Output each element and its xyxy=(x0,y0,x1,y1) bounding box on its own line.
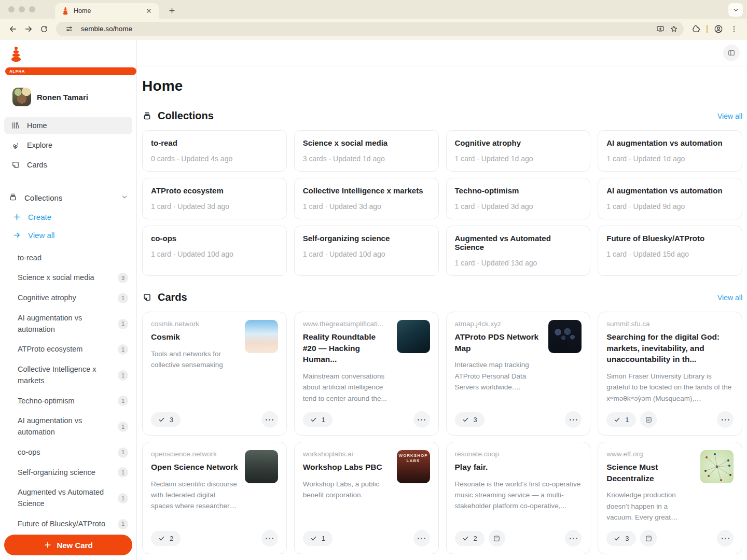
card-more-button[interactable] xyxy=(413,411,430,428)
card-science-must-decentralize[interactable]: www.eff.org Science Must Decentralize Kn… xyxy=(598,442,742,554)
sidebar-collection-item[interactable]: Collective Intelligence x markets 1 xyxy=(18,360,128,391)
collection-card[interactable]: Cognitive atrophy 1 card · Updated 1d ag… xyxy=(446,130,591,172)
collection-card[interactable]: Self-organizing science 1 card · Updated… xyxy=(294,226,439,276)
view-all-collections-link[interactable]: View all xyxy=(12,231,136,240)
url-text[interactable]: semble.so/home xyxy=(81,25,654,33)
card-resonate[interactable]: resonate.coop Play fair. Resonate is the… xyxy=(446,442,591,554)
note-icon[interactable] xyxy=(489,530,505,547)
card-reality-roundtable[interactable]: www.thegreatsimplificati... Reality Roun… xyxy=(294,312,439,436)
collection-count-pill[interactable]: 1 xyxy=(606,412,636,427)
collection-card[interactable]: ATProto ecosystem 1 card · Updated 3d ag… xyxy=(142,178,287,219)
collection-card[interactable]: to-read 0 cards · Updated 4s ago xyxy=(142,130,287,172)
sidebar-collection-item[interactable]: Science x social media 3 xyxy=(18,268,128,288)
ellipsis-icon xyxy=(266,419,273,421)
tab-title: Home xyxy=(74,7,144,15)
profile-icon[interactable] xyxy=(711,21,726,37)
window-zoom-button[interactable] xyxy=(29,6,35,12)
card-more-button[interactable] xyxy=(413,530,430,547)
sidebar-collection-item[interactable]: co-ops 1 xyxy=(18,442,128,463)
app-window: ALPHA Ronen Tamari Home Explore xyxy=(0,39,747,560)
collection-card[interactable]: co-ops 1 card · Updated 10d ago xyxy=(142,226,287,276)
collection-card[interactable]: Future of Bluesky/ATProto 1 card · Updat… xyxy=(598,226,742,276)
sidebar-item-explore[interactable]: Explore xyxy=(4,136,132,154)
sidebar-collection-item[interactable]: ATProto ecosystem 1 xyxy=(18,340,128,360)
collection-count-pill[interactable]: 3 xyxy=(455,412,485,427)
card-atproto-pds-map[interactable]: atmap.j4ck.xyz ATProto PDS Network Map I… xyxy=(446,312,591,436)
card-more-button[interactable] xyxy=(565,411,582,428)
count-badge: 1 xyxy=(118,370,128,381)
site-favicon xyxy=(61,7,70,15)
user-name: Ronen Tamari xyxy=(37,93,88,102)
address-bar[interactable]: semble.so/home xyxy=(56,22,684,36)
toggle-sidebar-icon[interactable] xyxy=(723,45,740,61)
install-app-icon[interactable] xyxy=(654,22,667,36)
collection-count-pill[interactable]: 1 xyxy=(303,412,333,427)
card-more-button[interactable] xyxy=(717,411,734,428)
tab-search-button[interactable] xyxy=(728,3,743,17)
sidebar-collection-item[interactable]: Cognitive atrophy 1 xyxy=(18,288,128,309)
browser-tab-home[interactable]: Home xyxy=(55,3,159,19)
tab-close-icon[interactable] xyxy=(144,6,154,16)
collection-card[interactable]: Techno-optimism 1 card · Updated 3d ago xyxy=(446,178,591,219)
new-tab-button[interactable] xyxy=(165,4,178,17)
card-more-button[interactable] xyxy=(565,530,582,547)
count-badge: 1 xyxy=(118,319,128,329)
note-icon[interactable] xyxy=(640,530,657,547)
card-more-button[interactable] xyxy=(261,530,278,547)
extensions-icon[interactable] xyxy=(688,21,703,37)
page-content: Home Collections View all to-read 0 card… xyxy=(137,66,747,560)
card-more-button[interactable] xyxy=(261,411,278,428)
count-badge: 1 xyxy=(118,447,128,458)
sidebar-item-cards[interactable]: Cards xyxy=(4,156,132,174)
check-icon xyxy=(310,535,317,542)
window-minimize-button[interactable] xyxy=(19,6,25,12)
collection-card[interactable]: Collective Intelligence x markets 1 card… xyxy=(294,178,439,219)
sidebar-item-home[interactable]: Home xyxy=(4,117,132,134)
collection-count-pill[interactable]: 1 xyxy=(303,531,333,546)
collection-count-pill[interactable]: 2 xyxy=(455,531,485,546)
sidebar-collection-item[interactable]: AI augmentation vs automation 1 xyxy=(18,411,128,443)
sidebar-collection-item[interactable]: Techno-optimism 1 xyxy=(18,391,128,411)
collection-card[interactable]: Augmented vs Automated Science 1 card · … xyxy=(446,226,591,276)
card-digital-god[interactable]: summit.sfu.ca Searching for the digital … xyxy=(598,312,742,436)
sidebar-collection-item[interactable]: Augmented vs Automated Science 1 xyxy=(18,483,128,514)
plus-icon xyxy=(12,213,21,221)
collection-card[interactable]: AI augmentation vs automation 1 card · U… xyxy=(598,178,742,219)
site-settings-icon[interactable] xyxy=(62,22,76,36)
create-collection-link[interactable]: Create xyxy=(12,213,136,221)
collections-box-icon xyxy=(8,192,18,203)
arrow-right-icon xyxy=(12,231,21,240)
new-card-button[interactable]: New Card xyxy=(4,535,132,555)
bookmark-star-icon[interactable] xyxy=(667,22,681,36)
forward-button[interactable] xyxy=(21,21,36,37)
sidebar-collection-item[interactable]: Self-organizing science 1 xyxy=(18,463,128,483)
back-button[interactable] xyxy=(5,21,21,37)
collection-count-pill[interactable]: 3 xyxy=(606,531,636,546)
collection-card[interactable]: AI augmentation vs automation 1 card · U… xyxy=(598,130,742,172)
ellipsis-icon xyxy=(722,419,729,421)
sidebar-collections-header[interactable]: Collections xyxy=(8,192,128,203)
collections-view-all-link[interactable]: View all xyxy=(717,112,742,120)
cards-view-all-link[interactable]: View all xyxy=(717,293,742,302)
card-workshop-labs[interactable]: workshoplabs.ai Workshop Labs PBC Worksh… xyxy=(294,442,439,554)
semble-logo[interactable] xyxy=(7,46,136,65)
window-close-button[interactable] xyxy=(8,6,15,12)
collection-card[interactable]: Science x social media 3 cards · Updated… xyxy=(294,130,439,172)
collections-box-icon xyxy=(142,111,152,121)
reload-button[interactable] xyxy=(36,21,52,37)
card-cosmik[interactable]: cosmik.network Cosmik Tools and networks… xyxy=(142,312,287,436)
chevron-down-icon[interactable] xyxy=(121,193,128,202)
collection-count-pill[interactable]: 2 xyxy=(151,531,181,546)
card-open-science-network[interactable]: openscience.network Open Science Network… xyxy=(142,442,287,554)
collection-count-pill[interactable]: 3 xyxy=(151,412,181,427)
sidebar-collection-item[interactable]: to-read xyxy=(18,248,128,268)
sidebar-collection-item[interactable]: Future of Bluesky/ATProto 1 xyxy=(18,514,128,534)
sidebar-collection-item[interactable]: AI augmentation vs automation 1 xyxy=(18,308,128,340)
ellipsis-icon xyxy=(418,538,425,539)
browser-menu-icon[interactable] xyxy=(726,21,742,37)
user-profile[interactable]: Ronen Tamari xyxy=(12,88,136,106)
note-icon[interactable] xyxy=(640,411,657,428)
card-more-button[interactable] xyxy=(717,530,734,547)
main-topbar xyxy=(137,39,747,66)
count-badge: 3 xyxy=(118,273,128,283)
